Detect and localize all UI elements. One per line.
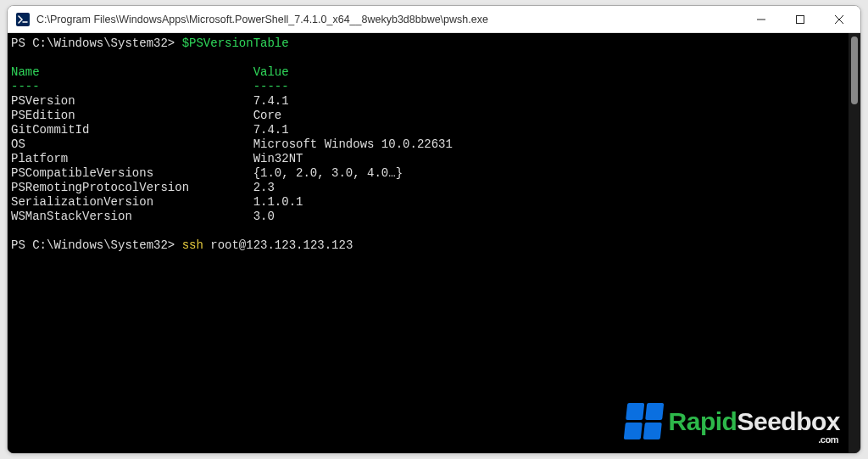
windows-logo-icon (623, 403, 664, 439)
watermark: RapidSeedbox .com (626, 403, 840, 439)
maximize-button[interactable] (781, 6, 820, 32)
app-window: C:\Program Files\WindowsApps\Microsoft.P… (7, 5, 861, 454)
title-bar[interactable]: C:\Program Files\WindowsApps\Microsoft.P… (8, 6, 860, 33)
terminal-area: PS C:\Windows\System32> $PSVersionTable … (8, 33, 860, 453)
svg-rect-2 (797, 15, 804, 23)
window-controls (742, 6, 859, 32)
scroll-thumb[interactable] (851, 36, 858, 104)
close-button[interactable] (820, 6, 859, 32)
powershell-icon (16, 13, 30, 26)
scrollbar[interactable] (849, 33, 860, 453)
terminal-content[interactable]: PS C:\Windows\System32> $PSVersionTable … (8, 33, 849, 453)
window-title: C:\Program Files\WindowsApps\Microsoft.P… (36, 14, 742, 25)
minimize-button[interactable] (742, 6, 781, 32)
watermark-text: RapidSeedbox .com (669, 409, 840, 434)
